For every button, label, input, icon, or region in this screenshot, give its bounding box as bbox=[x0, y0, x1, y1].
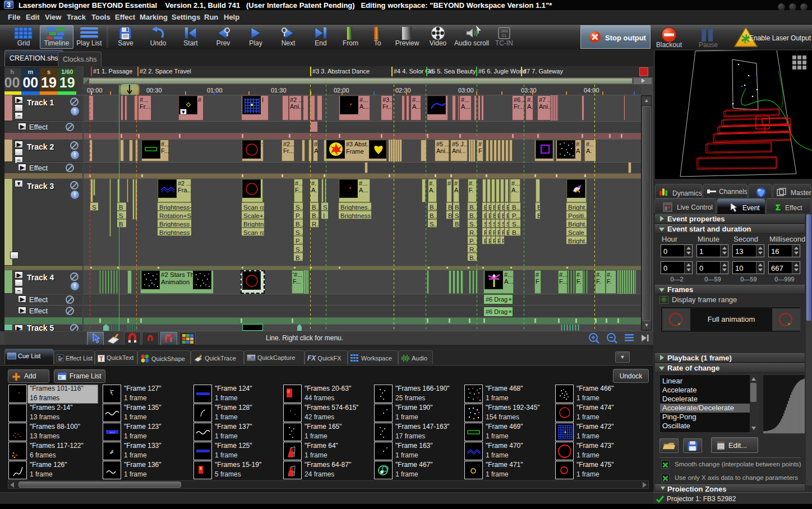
svg-text:01: 01 bbox=[502, 33, 507, 38]
svg-text:text: text bbox=[109, 431, 115, 434]
svg-text:JAN: JAN bbox=[500, 29, 507, 33]
